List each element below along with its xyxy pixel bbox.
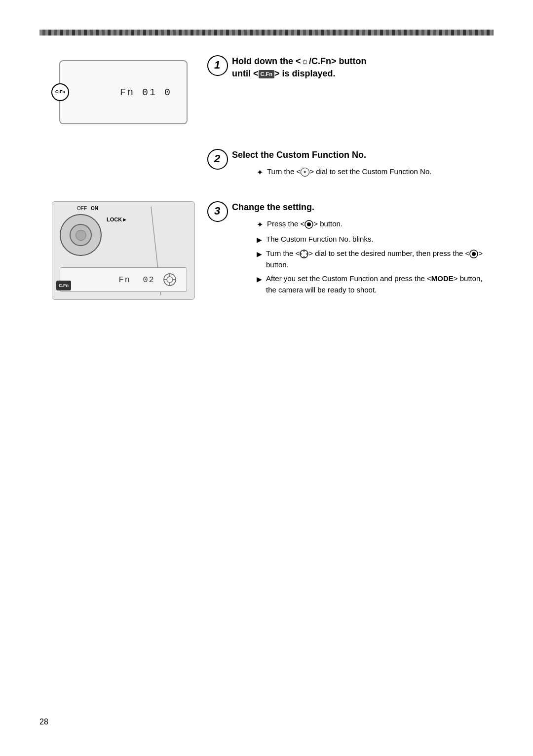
- main-dial-inner: [70, 224, 92, 246]
- step3-bullet-4: ▶ After you set the Custom Function and …: [257, 273, 494, 295]
- step3-bullet-1: ✦ Press the <> button.: [257, 218, 494, 231]
- step2-title-block: Select the Custom Function No. ✦ Turn th…: [232, 149, 431, 181]
- step3-bullet-text-4: After you set the Custom Function and pr…: [266, 273, 494, 295]
- svg-point-8: [307, 222, 311, 226]
- svg-point-15: [472, 252, 476, 256]
- step3-title-block: Change the setting. ✦ Press the <> butto…: [232, 201, 494, 298]
- star-icon-1: ✦: [257, 167, 263, 179]
- step3-number: 3: [207, 201, 227, 221]
- on-label: ON: [91, 206, 98, 211]
- step3-bullet-text-1: Press the <> button.: [267, 218, 494, 230]
- step3-row: OFF ON LOCK►: [39, 201, 494, 300]
- step1-number: 1: [207, 55, 227, 75]
- step3-body: ✦ Press the <> button. ▶ The Custom Func…: [257, 218, 494, 295]
- camera-lcd-diagram: C.Fn Fn 01 0: [59, 60, 188, 124]
- cfn-badge-diagram2: C.Fn: [56, 281, 71, 290]
- step2-number: 2: [207, 149, 227, 169]
- star-icon-2: ✦: [257, 219, 263, 231]
- step1-header: 1 Hold down the <☼/C.Fn> button until <C…: [207, 55, 494, 85]
- step1-text: 1 Hold down the <☼/C.Fn> button until <C…: [207, 55, 494, 85]
- top-decorative-bar: [39, 30, 494, 36]
- step3-bullet-text-3: Turn the <> dial to set the desired numb…: [266, 248, 494, 270]
- step1-title-block: Hold down the <☼/C.Fn> button until <C.F…: [232, 55, 366, 85]
- step2-bullet-1: ✦ Turn the <✦> dial to set the Custom Fu…: [257, 166, 431, 179]
- arrow-icon-3: ▶: [257, 274, 262, 285]
- main-dial-center: [76, 230, 86, 241]
- arrow-icon-1: ▶: [257, 235, 262, 245]
- set-button-icon: [305, 220, 313, 229]
- step3-text: 3 Change the setting. ✦ Press the <> but…: [207, 201, 494, 298]
- mode-text: MODE: [431, 274, 454, 283]
- dial-icon-inline: [300, 250, 308, 258]
- step2-bullet-text-1: Turn the <✦> dial to set the Custom Func…: [267, 166, 431, 178]
- step3-bullet-2: ▶ The Custom Function No. blinks.: [257, 234, 494, 245]
- step1-diagram: C.Fn Fn 01 0: [39, 55, 207, 124]
- step3-bullet-text-2: The Custom Function No. blinks.: [266, 234, 494, 245]
- lcd-bottom-text: Fn 02: [119, 275, 161, 285]
- step1-title-text1: Hold down the <☼/C.Fn> button: [232, 56, 366, 66]
- step3-bullet-3: ▶ Turn the <> dial to set the desired nu…: [257, 248, 494, 270]
- svg-point-2: [167, 277, 173, 283]
- page-number: 28: [39, 718, 48, 726]
- step3-title: Change the setting.: [232, 201, 494, 214]
- dial-icon-lcd: [163, 273, 177, 287]
- step1-row: C.Fn Fn 01 0 1 Hold down the <☼/C.Fn> bu…: [39, 55, 494, 124]
- off-label: OFF: [77, 206, 87, 211]
- lcd-bottom-panel: Fn 02: [60, 267, 187, 292]
- cfn-badge-diagram1: C.Fn: [51, 83, 69, 101]
- step3-diagram: OFF ON LOCK►: [39, 201, 207, 300]
- step1-title: Hold down the <☼/C.Fn> button until <C.F…: [232, 55, 366, 80]
- page-container: C.Fn Fn 01 0 1 Hold down the <☼/C.Fn> bu…: [0, 0, 533, 756]
- lock-label: LOCK►: [107, 216, 127, 222]
- step2-body: ✦ Turn the <✦> dial to set the Custom Fu…: [257, 166, 431, 179]
- step2-title: Select the Custom Function No.: [232, 149, 431, 161]
- camera-side-diagram: OFF ON LOCK►: [52, 201, 195, 300]
- step2-row: 2 Select the Custom Function No. ✦ Turn …: [39, 149, 494, 181]
- arrow-icon-2: ▶: [257, 249, 262, 259]
- main-dial: [60, 214, 102, 256]
- step2-header: 2 Select the Custom Function No. ✦ Turn …: [207, 149, 494, 181]
- step2-text: 2 Select the Custom Function No. ✦ Turn …: [207, 149, 494, 181]
- cfn-inline-badge: C.Fn: [259, 70, 274, 78]
- step3-header: 3 Change the setting. ✦ Press the <> but…: [207, 201, 494, 298]
- step1-title-text2: until <C.Fn> is displayed.: [232, 69, 336, 78]
- set-button-icon-2: [469, 250, 478, 258]
- lcd-display-text: Fn 01 0: [120, 87, 172, 98]
